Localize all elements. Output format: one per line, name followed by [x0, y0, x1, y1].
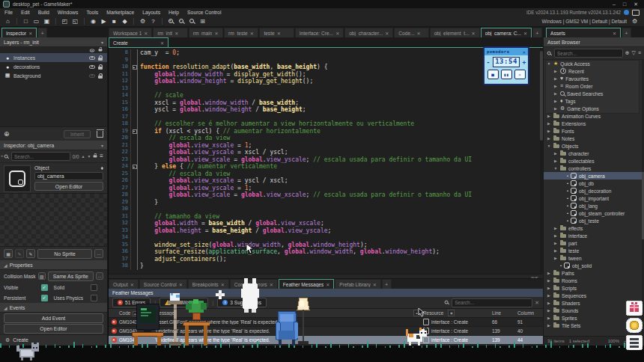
new-project-icon[interactable]: □ — [22, 17, 30, 25]
tab-assets[interactable]: Assets ✕ — [546, 28, 621, 37]
tab-obj-character[interactable]: obj_character...✕ — [344, 28, 393, 37]
close-icon[interactable]: ✕ — [130, 282, 134, 287]
tree-arrow-icon[interactable]: ▶ — [553, 159, 558, 163]
tab-output[interactable]: Output✕ — [109, 279, 139, 289]
tree-item-game-options[interactable]: ▶⚙Game Options — [544, 105, 644, 112]
close-icon[interactable]: ✕ — [174, 31, 178, 36]
code-area[interactable]: 8cam_y = 0;910function resolution_adapt(… — [109, 48, 543, 274]
close-icon[interactable]: ✕ — [417, 31, 421, 36]
delete-layer-icon[interactable] — [97, 131, 103, 138]
tree-item-obj-teste[interactable]: •obj_teste — [544, 217, 644, 224]
tree-item-quick-access[interactable]: ▼★Quick Access — [544, 60, 644, 67]
tab-teste[interactable]: teste✕ — [259, 28, 294, 37]
tree-item-saved-searches[interactable]: ▶Saved Searches — [544, 90, 644, 97]
collision-mask-icon[interactable]: ▨ — [38, 272, 46, 280]
coin-button[interactable] — [626, 318, 643, 333]
tree-arrow-icon[interactable]: ▶ — [547, 114, 551, 118]
add-event-button[interactable]: Add Event — [4, 313, 103, 323]
add-layer-button[interactable]: ⊕ — [4, 130, 10, 138]
menu-edit[interactable]: Edit — [21, 10, 30, 15]
tree-item-teste[interactable]: ▶teste — [544, 247, 644, 254]
no-sprite-button[interactable]: No Sprite — [37, 249, 92, 259]
pomodoro-pause-button[interactable]: ▮▮ — [501, 70, 512, 79]
eye-icon[interactable] — [89, 65, 95, 69]
target-icon[interactable]: ⊕ — [625, 50, 630, 56]
menu-file[interactable]: File — [4, 10, 13, 15]
layer-row-background[interactable]: ▦Background — [0, 71, 107, 80]
tree-item-obj-solid[interactable]: •obj_solid — [544, 262, 644, 269]
resource-filter-icon[interactable]: ▣ — [448, 310, 455, 316]
close-icon[interactable]: ✕ — [335, 31, 339, 36]
close-icon[interactable]: ✕ — [472, 31, 476, 36]
deploy-icon[interactable]: ◱ — [71, 17, 79, 25]
tree-arrow-icon[interactable]: ▶ — [553, 84, 558, 88]
new-tab-button[interactable]: + — [382, 279, 392, 289]
tree-item-obj-lang[interactable]: •obj_lang — [544, 202, 644, 209]
tab-source-control[interactable]: Source Control✕ — [139, 279, 187, 289]
tree-arrow-icon[interactable]: ▶ — [553, 76, 558, 81]
close-icon[interactable]: ✕ — [277, 31, 281, 36]
lock-icon[interactable] — [94, 155, 97, 157]
save-project-icon[interactable]: ▣ — [43, 17, 51, 25]
tree-item-paths[interactable]: ▶Paths — [544, 269, 644, 277]
inspector-search-input[interactable] — [11, 152, 70, 161]
home-icon[interactable]: ⌂ — [4, 17, 12, 25]
pomodoro-title-bar[interactable]: pomodoro ✕ — [484, 48, 528, 55]
layer-row-instances[interactable]: ●Instances — [0, 53, 107, 62]
pet-white-flower[interactable] — [216, 290, 225, 301]
tree-item-obj-camera[interactable]: •obj_camera — [544, 172, 644, 180]
tree-item-character[interactable]: ▶character — [544, 150, 644, 157]
gift-button[interactable] — [626, 301, 643, 316]
tree-item-controllers[interactable]: ▼controllers — [544, 165, 644, 172]
object-thumbnail[interactable] — [4, 165, 31, 192]
close-icon[interactable]: ✕ — [144, 31, 148, 36]
menu-windows[interactable]: Windows — [58, 10, 79, 15]
clear-search-icon[interactable]: ✕ — [535, 300, 539, 306]
pet-white-creature[interactable] — [241, 278, 261, 313]
open-editor-button[interactable]: Open Editor — [34, 182, 103, 191]
tree-arrow-icon[interactable]: ▶ — [553, 69, 558, 73]
package-icon[interactable]: ◰ — [61, 17, 69, 25]
tree-item-scripts[interactable]: ▶Scripts — [544, 284, 644, 292]
tree-arrow-icon[interactable]: ▶ — [547, 293, 551, 298]
search-prev-icon[interactable]: ▲ — [81, 154, 85, 159]
user-avatar[interactable] — [624, 10, 629, 15]
help-icon[interactable]: ? — [149, 17, 157, 25]
pomodoro-plus-button[interactable]: + — [521, 59, 527, 66]
tree-arrow-icon[interactable]: ▶ — [547, 278, 551, 283]
tab-obj-camera-c[interactable]: obj_camera: C...✕ — [481, 28, 532, 37]
tree-item-room-order[interactable]: ▶≡Room Order — [544, 82, 644, 90]
column-column[interactable]: Column — [517, 310, 543, 316]
tab-inspector[interactable]: Inspector ✕ — [1, 28, 37, 37]
close-icon[interactable]: ✕ — [214, 31, 218, 36]
target-gear-icon[interactable]: ⚙ — [631, 17, 639, 25]
tree-arrow-icon[interactable]: ▶ — [547, 271, 551, 275]
tree-arrow-icon[interactable]: ▶ — [547, 136, 551, 141]
new-tab-button[interactable]: + — [622, 28, 631, 37]
zoom-out-icon[interactable]: - — [177, 17, 186, 25]
tab-breakpoints[interactable]: Breakpoints✕ — [188, 279, 229, 289]
tree-arrow-icon[interactable]: ▼ — [547, 61, 551, 66]
menu-icon[interactable]: ≡ — [638, 51, 641, 55]
menu-help[interactable]: Help — [168, 10, 179, 15]
tab-rm-init[interactable]: rm_init✕ — [153, 28, 187, 37]
column-resource[interactable]: Resource▣ — [423, 310, 492, 316]
pet-cat-tower[interactable] — [168, 293, 183, 346]
tree-item-obj-important[interactable]: •obj_important — [544, 194, 644, 202]
tree-arrow-icon[interactable]: ▼ — [553, 166, 558, 171]
menu-source-control[interactable]: Source Control — [187, 10, 221, 15]
new-tab-button[interactable]: + — [532, 28, 542, 37]
menu-tools[interactable]: Tools — [86, 10, 98, 15]
zoom-reset-icon[interactable] — [188, 17, 196, 25]
tree-item-obj-steam-controller[interactable]: •obj_steam_controller — [544, 209, 644, 217]
pomodoro-widget[interactable]: pomodoro ✕ - 13:54 + ■ ▮▮ » — [483, 46, 529, 85]
tree-item-obj-decoration[interactable]: •obj_decoration — [544, 187, 644, 194]
settings-gear-icon[interactable]: ⚙ — [139, 17, 147, 25]
tree-arrow-icon[interactable]: ▶ — [553, 233, 558, 238]
inventory-button[interactable] — [626, 335, 643, 350]
pet-plant-on-table[interactable] — [183, 299, 210, 346]
sprite-more-button[interactable]: ... — [94, 249, 103, 258]
tree-item-notes[interactable]: ▶Notes — [544, 135, 644, 142]
close-icon[interactable]: ✕ — [179, 282, 183, 287]
collision-mask-select[interactable]: Same As Sprite — [48, 272, 94, 281]
